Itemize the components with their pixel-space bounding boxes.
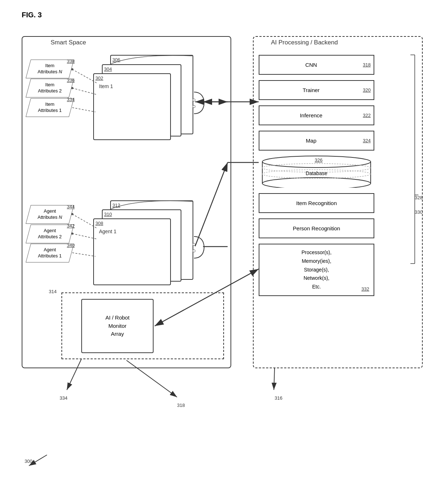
agent-attr-2-ref: 342 — [67, 223, 75, 229]
ref-318-bottom: 318 — [177, 403, 185, 408]
processor-label: Processor(s),Memory(ies),Storage(s),Netw… — [301, 248, 331, 291]
item-recognition-box: Item Recognition — [259, 193, 374, 213]
agent-n-ref: 312 — [112, 203, 120, 208]
inference-ref: 322 — [363, 113, 371, 118]
trainer-ref: 320 — [363, 87, 371, 93]
item-attr-n-label: ItemAttributes N — [38, 63, 62, 75]
ref-300: 300 — [25, 459, 33, 464]
item-attr-2-label: ItemAttributes 2 — [38, 82, 62, 94]
map-box: Map 324 — [259, 131, 374, 151]
ref-330: 330 — [415, 209, 423, 215]
map-ref: 324 — [363, 138, 371, 143]
ref-316-bottom: 316 — [275, 395, 283, 401]
item-attr-1-label: ItemAttributes 1 — [38, 101, 62, 114]
cnn-label: CNN — [259, 62, 363, 68]
agent-attr-n-ref: 344 — [67, 204, 75, 209]
item-connector-2 — [193, 105, 195, 108]
item-1-ref: 302 — [95, 75, 103, 81]
item-recognition-label: Item Recognition — [259, 200, 374, 206]
agent-attr-1-ref: 340 — [67, 243, 75, 248]
monitor-array-box: AI / RobotMonitorArray — [81, 299, 154, 353]
agent-2-ref: 310 — [104, 212, 112, 217]
figure-title: FIG. 3 — [22, 11, 42, 19]
monitor-ref: 314 — [49, 289, 57, 294]
smart-space-label: Smart Space — [51, 39, 86, 46]
inference-box: Inference 322 — [259, 105, 374, 125]
database-label: Database — [306, 170, 327, 176]
database-ref: 326 — [315, 157, 323, 163]
agent-attr-2-label: AgentAttributes 2 — [38, 228, 62, 240]
person-recognition-box: Person Recognition — [259, 218, 374, 238]
item-2-ref: 304 — [104, 66, 112, 72]
item-n-ref: 306 — [112, 57, 120, 62]
agent-attr-n-label: AgentAttributes N — [38, 208, 62, 221]
database-cylinder: Database 326 — [259, 155, 374, 188]
trainer-label: Trainer — [259, 87, 363, 93]
agent-1-label: Agent 1 — [99, 229, 116, 234]
svg-point-2 — [262, 178, 371, 188]
item-connector-1 — [193, 99, 195, 101]
agent-1-ref: 308 — [95, 221, 103, 226]
item-1-label: Item 1 — [99, 83, 113, 89]
agent-connector-2 — [193, 249, 195, 252]
item-attr-n-ref: 338 — [67, 58, 75, 64]
monitor-array-label: AI / RobotMonitorArray — [105, 314, 130, 338]
trainer-box: Trainer 320 — [259, 80, 374, 100]
agent-attr-1-label: AgentAttributes 1 — [38, 247, 62, 259]
processor-ref: 332 — [361, 286, 369, 292]
inference-label: Inference — [259, 112, 363, 118]
item-attr-1-ref: 334 — [67, 97, 75, 102]
map-label: Map — [259, 138, 363, 144]
item-attr-2-ref: 336 — [67, 78, 75, 83]
ref-328: 328 — [415, 195, 423, 200]
processor-box: Processor(s),Memory(ies),Storage(s),Netw… — [259, 244, 374, 296]
agent-1-box: 308 Agent 1 — [93, 218, 171, 285]
agent-connector-1 — [193, 243, 195, 246]
ai-backend-label: AI Processing / Backend — [271, 39, 338, 46]
ref-334-bottom: 334 — [60, 395, 68, 401]
item-1-box: 302 Item 1 — [93, 73, 171, 140]
person-recognition-label: Person Recognition — [259, 225, 374, 231]
svg-line-27 — [274, 368, 275, 390]
cnn-ref: 318 — [363, 62, 371, 68]
cnn-box: CNN 318 — [259, 55, 374, 75]
